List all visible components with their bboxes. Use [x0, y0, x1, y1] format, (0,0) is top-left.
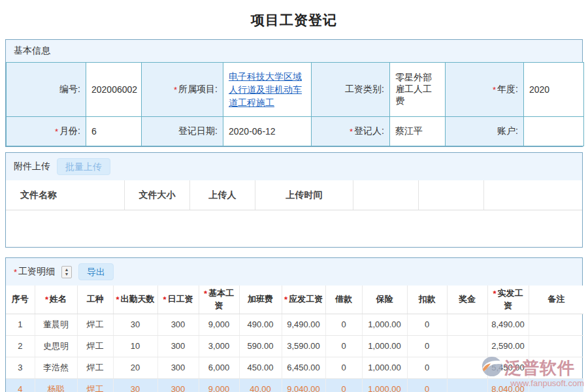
attachment-panel: 附件上传 批量上传 文件名称文件大小上传人上传时间 — [5, 152, 583, 248]
wage-cell: 2 — [6, 335, 35, 357]
wage-cell — [529, 314, 583, 335]
wage-column-header: *实发工资 — [487, 286, 529, 314]
wage-table-row[interactable]: 1董晨明焊工303009,000490.009,490.0001,000.000… — [6, 314, 583, 335]
field-label-wage-category: *工资类别: — [312, 63, 390, 117]
field-value-register-date: 2020-06-12 — [223, 117, 312, 146]
field-label-registrant: *登记人: — [312, 117, 390, 146]
required-star: * — [204, 289, 207, 299]
wage-table: 序号*姓名工种*出勤天数*日工资*基本工资加班费*应发工资借款保险扣款奖金*实发… — [6, 286, 583, 392]
wage-cell: 8,040.00 — [487, 378, 529, 392]
wage-header-row: 序号*姓名工种*出勤天数*日工资*基本工资加班费*应发工资借款保险扣款奖金*实发… — [6, 286, 583, 314]
wage-cell: 300 — [157, 314, 199, 335]
required-star: * — [55, 127, 58, 137]
required-star: * — [493, 85, 496, 95]
wage-cell — [447, 378, 487, 392]
required-star: * — [163, 295, 166, 304]
attachment-column-header: 文件大小 — [125, 180, 190, 210]
wage-cell: 9,040.00 — [282, 378, 325, 392]
wage-cell: 300 — [157, 357, 199, 378]
attachment-column-header — [484, 180, 582, 210]
required-star: * — [284, 295, 287, 304]
wage-cell: 10 — [113, 335, 157, 357]
wage-cell: 0 — [325, 335, 362, 357]
wage-column-header: 工种 — [77, 286, 113, 314]
field-label-year: *年度: — [446, 63, 524, 117]
wage-column-header: *日工资 — [157, 286, 199, 314]
required-star: * — [493, 289, 496, 299]
export-button[interactable]: 导出 — [78, 263, 114, 280]
wage-cell: 3 — [6, 357, 35, 378]
wage-cell: 9,000 — [199, 314, 239, 335]
required-star: * — [116, 295, 119, 304]
wage-cell: 史思明 — [35, 335, 77, 357]
wage-cell — [447, 357, 487, 378]
wage-cell: 0 — [407, 357, 447, 378]
field-value-number: 202006002 — [86, 63, 142, 117]
wage-cell: 3,000 — [199, 335, 239, 357]
wage-cell: 6,450.00 — [282, 357, 325, 378]
wage-cell: 焊工 — [77, 335, 113, 357]
wage-cell: 3,590.00 — [282, 335, 325, 357]
wage-table-body: 1董晨明焊工303009,000490.009,490.0001,000.000… — [6, 314, 583, 392]
basic-info-panel: 基本信息 *编号: 202006002 *所属项目: 电子科技大学区域人行道及非… — [5, 39, 583, 147]
wage-cell: 1,000.00 — [362, 314, 407, 335]
attachment-table-header: 文件名称文件大小上传人上传时间 — [6, 180, 582, 210]
wage-column-header: 奖金 — [447, 286, 487, 314]
wage-cell: 1 — [6, 314, 35, 335]
field-label-month: *月份: — [7, 117, 86, 146]
field-label-project: *所属项目: — [142, 63, 223, 117]
batch-upload-button[interactable]: 批量上传 — [57, 158, 110, 175]
field-value-registrant: 蔡江平 — [390, 117, 446, 146]
required-star: * — [45, 295, 48, 304]
wage-cell: 20 — [113, 357, 157, 378]
page-title: 项目工资登记 — [0, 0, 588, 39]
wage-column-header: 加班费 — [239, 286, 282, 314]
wage-cell: 300 — [157, 378, 199, 392]
wage-table-row[interactable]: 4杨聪焊工303009,00040.009,040.0001,000.0008,… — [6, 378, 583, 392]
project-link[interactable]: 电子科技大学区域人行道及非机动车道工程施工 — [229, 71, 302, 108]
wage-cell — [529, 335, 583, 357]
wage-cell: 焊工 — [77, 314, 113, 335]
wage-column-header: 备注 — [529, 286, 583, 314]
basic-info-title: 基本信息 — [14, 45, 50, 57]
sort-spinner-icon[interactable]: ▲▼ — [61, 266, 72, 278]
attachment-column-header: 上传时间 — [255, 180, 353, 210]
basic-info-grid: *编号: 202006002 *所属项目: 电子科技大学区域人行道及非机动车道工… — [6, 62, 584, 146]
field-value-month: 6 — [86, 117, 142, 146]
wage-cell: 6,000 — [199, 357, 239, 378]
wage-cell: 0 — [325, 357, 362, 378]
field-value-year: 2020 — [524, 63, 584, 117]
wage-cell: 30 — [113, 314, 157, 335]
wage-cell: 9,000 — [199, 378, 239, 392]
wage-cell: 董晨明 — [35, 314, 77, 335]
attachment-title: 附件上传 — [14, 161, 50, 172]
wage-column-header: 序号 — [6, 286, 35, 314]
wage-table-row[interactable]: 3李浩然焊工203006,000450.006,450.0001,000.000… — [6, 357, 583, 378]
wage-column-header: 借款 — [325, 286, 362, 314]
attachment-column-header: 文件名称 — [6, 180, 125, 210]
required-star: * — [14, 267, 17, 277]
wage-cell: 0 — [325, 378, 362, 392]
wage-cell — [529, 378, 583, 392]
wage-cell: 2,590.00 — [487, 335, 529, 357]
wage-cell: 8,490.00 — [487, 314, 529, 335]
wage-cell: 30 — [113, 378, 157, 392]
required-star: * — [174, 85, 177, 95]
field-label-number: *编号: — [7, 63, 86, 117]
wage-cell: 0 — [407, 335, 447, 357]
wage-cell — [447, 314, 487, 335]
wage-cell: 1,000.00 — [362, 335, 407, 357]
page: 项目工资登记 基本信息 *编号: 202006002 *所属项目: 电子科技大学… — [0, 0, 588, 392]
wage-cell: 590.00 — [239, 335, 282, 357]
wage-table-row[interactable]: 2史思明焊工103003,000590.003,590.0001,000.000… — [6, 335, 583, 357]
wage-cell: 1,000.00 — [362, 378, 407, 392]
wage-detail-title: *工资明细 — [14, 266, 55, 278]
wage-column-header: *出勤天数 — [113, 286, 157, 314]
wage-cell — [529, 357, 583, 378]
wage-column-header: *应发工资 — [282, 286, 325, 314]
attachment-column-header: 上传人 — [190, 180, 255, 210]
wage-cell: 450.00 — [239, 357, 282, 378]
wage-cell: 0 — [325, 314, 362, 335]
attachment-column-header — [419, 180, 484, 210]
wage-column-header: 扣款 — [407, 286, 447, 314]
